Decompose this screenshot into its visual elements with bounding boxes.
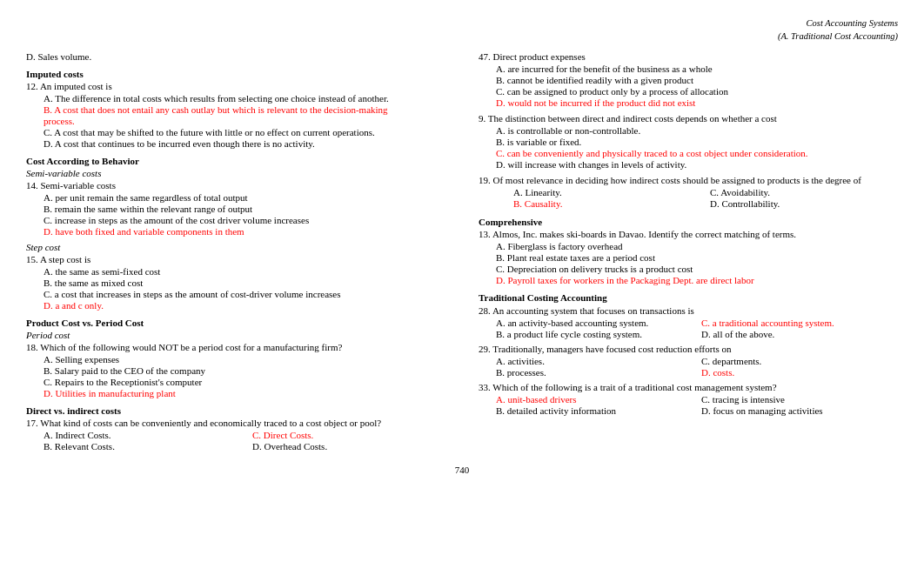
q47-text: 47. Direct product expenses bbox=[479, 51, 898, 62]
q9-d: D. will increase with changes in levels … bbox=[496, 159, 898, 170]
q17-text: 17. What kind of costs can be convenient… bbox=[26, 418, 452, 428]
q28-text: 28. An accounting system that focuses on… bbox=[479, 305, 898, 316]
q29-text: 29. Traditionally, managers have focused… bbox=[479, 344, 898, 354]
q29-c: C. departments. bbox=[701, 356, 898, 366]
section-comprehensive: Comprehensive bbox=[479, 217, 898, 227]
q33-text: 33. Which of the following is a trait of… bbox=[479, 382, 898, 392]
q19-a: A. Linearity. bbox=[513, 187, 701, 197]
q18-choices: A. Selling expenses B. Salary paid to th… bbox=[44, 354, 452, 398]
q13-text: 13. Almos, Inc. makes ski-boards in Dava… bbox=[479, 229, 898, 239]
q19-choices: A. Linearity. C. Avoidability. B. Causal… bbox=[496, 187, 898, 210]
q13-choices: A. Fiberglass is factory overhead B. Pla… bbox=[496, 241, 898, 285]
right-column: 47. Direct product expenses A. are incur… bbox=[479, 51, 898, 456]
q33: 33. Which of the following is a trait of… bbox=[479, 382, 898, 417]
q9-text: 9. The distinction between direct and in… bbox=[479, 113, 898, 124]
q13-b: B. Plant real estate taxes are a period … bbox=[496, 252, 898, 263]
section-direct-indirect: Direct vs. indirect costs bbox=[26, 405, 452, 416]
q15-d: D. a and c only. bbox=[44, 300, 452, 311]
q19-c: C. Avoidability. bbox=[710, 187, 898, 197]
q9-a: A. is controllable or non-controllable. bbox=[496, 125, 898, 136]
q47-c: C. can be assigned to product only by a … bbox=[496, 86, 898, 97]
header-line2: (A. Traditional Cost Accounting) bbox=[778, 31, 898, 41]
q19-d: D. Controllability. bbox=[710, 198, 898, 209]
q33-d: D. focus on managing activities bbox=[701, 405, 898, 416]
q15-a: A. the same as semi-fixed cost bbox=[44, 266, 452, 277]
q18-b: B. Salary paid to the CEO of the company bbox=[44, 365, 452, 376]
q28: 28. An accounting system that focuses on… bbox=[479, 305, 898, 340]
q29: 29. Traditionally, managers have focused… bbox=[479, 344, 898, 378]
q14: 14. Semi-variable costs A. per unit rema… bbox=[26, 180, 452, 237]
q18-text: 18. Which of the following would NOT be … bbox=[26, 342, 452, 352]
q19-text: 19. Of most relevance in deciding how in… bbox=[479, 175, 898, 185]
q47-d: D. would not be incurred if the product … bbox=[496, 97, 898, 108]
q9: 9. The distinction between direct and in… bbox=[479, 113, 898, 170]
q13-d: D. Payroll taxes for workers in the Pack… bbox=[496, 275, 898, 285]
item-d-sales: D. Sales volume. bbox=[26, 51, 452, 62]
q9-b: B. is variable or fixed. bbox=[496, 137, 898, 147]
q13-c: C. Depreciation on delivery trucks is a … bbox=[496, 264, 898, 274]
q12-d: D. A cost that continues to be incurred … bbox=[44, 138, 452, 149]
q28-d: D. all of the above. bbox=[701, 329, 898, 339]
q47: 47. Direct product expenses A. are incur… bbox=[479, 51, 898, 108]
q33-a: A. unit-based drivers bbox=[496, 394, 693, 405]
q33-b: B. detailed activity information bbox=[496, 405, 693, 416]
section-imputed: Imputed costs bbox=[26, 69, 452, 79]
section-step-cost: Step cost bbox=[26, 242, 452, 252]
q15-c: C. a cost that increases in steps as the… bbox=[44, 289, 452, 299]
q19: 19. Of most relevance in deciding how in… bbox=[479, 175, 898, 210]
q12-b2: process. bbox=[44, 116, 452, 126]
section-behavior-title: Cost According to Behavior bbox=[26, 156, 452, 166]
q28-b: B. a product life cycle costing system. bbox=[496, 329, 693, 339]
q9-c: C. can be conveniently and physically tr… bbox=[496, 148, 898, 158]
q12-c: C. A cost that may be shifted to the fut… bbox=[44, 127, 452, 137]
q18: 18. Which of the following would NOT be … bbox=[26, 342, 452, 398]
q17-a: A. Indirect Costs. bbox=[44, 430, 244, 440]
q14-choices: A. per unit remain the same regardless o… bbox=[44, 192, 452, 237]
q17-c: C. Direct Costs. bbox=[252, 430, 452, 440]
q29-a: A. activities. bbox=[496, 356, 693, 366]
q28-c: C. a traditional accounting system. bbox=[701, 318, 898, 328]
q14-b: B. remain the same within the relevant r… bbox=[44, 204, 452, 214]
q12-text: 12. An imputed cost is bbox=[26, 81, 452, 91]
page-number: 740 bbox=[26, 465, 898, 475]
q17-b: B. Relevant Costs. bbox=[44, 441, 244, 452]
q18-a: A. Selling expenses bbox=[44, 354, 452, 365]
section-period-cost: Period cost bbox=[26, 330, 452, 340]
q15-text: 15. A step cost is bbox=[26, 254, 452, 264]
q33-c: C. tracing is intensive bbox=[701, 394, 898, 405]
q13: 13. Almos, Inc. makes ski-boards in Dava… bbox=[479, 229, 898, 285]
q18-c: C. Repairs to the Receptionist's compute… bbox=[44, 377, 452, 387]
q14-c: C. increase in steps as the amount of th… bbox=[44, 215, 452, 225]
q28-a: A. an activity-based accounting system. bbox=[496, 318, 693, 328]
q15: 15. A step cost is A. the same as semi-f… bbox=[26, 254, 452, 311]
q12: 12. An imputed cost is A. The difference… bbox=[26, 81, 452, 149]
q12-b: B. A cost that does not entail any cash … bbox=[44, 104, 452, 115]
q19-b: B. Causality. bbox=[513, 198, 701, 209]
q12-a: A. The difference in total costs which r… bbox=[44, 93, 452, 104]
q14-a: A. per unit remain the same regardless o… bbox=[44, 192, 452, 203]
q13-a: A. Fiberglass is factory overhead bbox=[496, 241, 898, 251]
header-line1: Cost Accounting Systems bbox=[807, 18, 898, 28]
q47-b: B. cannot be identified readily with a g… bbox=[496, 75, 898, 85]
q47-a: A. are incurred for the benefit of the b… bbox=[496, 64, 898, 74]
q14-text: 14. Semi-variable costs bbox=[26, 180, 452, 191]
q15-b: B. the same as mixed cost bbox=[44, 278, 452, 288]
section-product-period: Product Cost vs. Period Cost bbox=[26, 318, 452, 328]
q17-choices: A. Indirect Costs. C. Direct Costs. B. R… bbox=[44, 430, 452, 452]
page-header: Cost Accounting Systems (A. Traditional … bbox=[26, 17, 898, 43]
q17: 17. What kind of costs can be convenient… bbox=[26, 418, 452, 452]
q17-d: D. Overhead Costs. bbox=[252, 441, 452, 452]
section-tca-title: Traditional Costing Accounting bbox=[479, 292, 898, 303]
q9-choices: A. is controllable or non-controllable. … bbox=[496, 125, 898, 170]
q15-choices: A. the same as semi-fixed cost B. the sa… bbox=[44, 266, 452, 311]
left-column: D. Sales volume. Imputed costs 12. An im… bbox=[26, 51, 452, 456]
section-semi-variable: Semi-variable costs bbox=[26, 168, 452, 178]
q14-d: D. have both fixed and variable componen… bbox=[44, 226, 452, 237]
q12-choices: A. The difference in total costs which r… bbox=[44, 93, 452, 149]
q18-d: D. Utilities in manufacturing plant bbox=[44, 388, 452, 398]
q47-choices: A. are incurred for the benefit of the b… bbox=[496, 64, 898, 108]
q29-b: B. processes. bbox=[496, 367, 693, 378]
q29-d: D. costs. bbox=[701, 367, 898, 378]
